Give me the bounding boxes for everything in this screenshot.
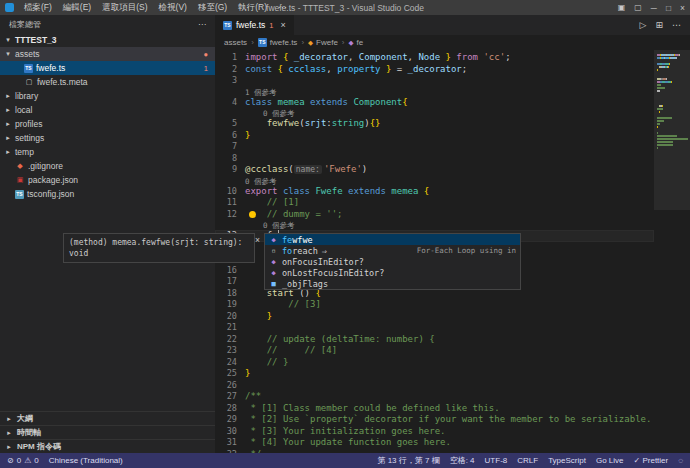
minimap-slider[interactable] <box>654 50 690 210</box>
line-number: 3 <box>215 75 245 87</box>
tree-item-package-json[interactable]: ▣package.json <box>0 173 215 187</box>
minimize-icon[interactable]: ─ <box>651 3 657 13</box>
code-lens-row: 0 個參考 <box>215 220 654 230</box>
code-line-10[interactable]: 10export class Fwefe extends memea { <box>215 186 654 198</box>
code-line-21[interactable]: 21 <box>215 322 654 334</box>
tree-item-profiles[interactable]: ▸profiles <box>0 117 215 131</box>
more-actions-icon[interactable]: ⋯ <box>672 20 681 30</box>
suggest-item-onfocusineditor-[interactable]: ◆onFocusInEditor? <box>265 256 520 267</box>
code-line-24[interactable]: 24 // } <box>215 357 654 369</box>
npm-scripts-section[interactable]: ▸NPM 指令碼 <box>0 439 215 453</box>
menu-item-5[interactable]: 執行(R) <box>233 2 272 14</box>
suggest-detail: For-Each Loop using in <box>417 246 516 255</box>
code-line-6[interactable]: 6} <box>215 130 654 142</box>
code-line-31[interactable]: 31 * [4] Your update function goes here. <box>215 437 654 449</box>
encoding[interactable]: UTF-8 <box>485 456 508 465</box>
code-line-30[interactable]: 30 * [3] Your initialization goes here. <box>215 426 654 438</box>
suggest-label: _objFlags <box>282 279 328 289</box>
lightbulb-icon[interactable] <box>249 211 256 218</box>
code-line-23[interactable]: 23 // // [4] <box>215 345 654 357</box>
code-line-22[interactable]: 22 // update (deltaTime: number) { <box>215 334 654 346</box>
menu-item-2[interactable]: 選取項目(S) <box>97 2 152 14</box>
code-line-27[interactable]: 27/** <box>215 391 654 403</box>
language-mode[interactable]: TypeScript <box>548 456 586 465</box>
tree-item-fwefe-ts-meta[interactable]: ▢fwefe.ts.meta <box>0 75 215 89</box>
code-line-32[interactable]: 32 */ <box>215 449 654 454</box>
suggest-item-fewfwe[interactable]: ◆fewfwe <box>265 234 520 245</box>
breadcrumb-item-fe[interactable]: ◆fe <box>349 38 364 47</box>
project-root-row[interactable]: ▾ TTTEST_3 <box>0 33 215 47</box>
notifications-icon[interactable]: ◌ <box>678 456 683 465</box>
snippet-icon: ▫ <box>269 247 278 255</box>
maximize-icon[interactable]: □ <box>666 3 671 13</box>
tree-item-settings[interactable]: ▸settings <box>0 131 215 145</box>
run-icon[interactable]: ▷ <box>640 20 647 30</box>
breadcrumb-item-fwefe[interactable]: ◆Fwefe <box>308 38 338 47</box>
close-icon[interactable]: × <box>280 20 285 30</box>
suggest-item-onlostfocusineditor-[interactable]: ◆onLostFocusInEditor? <box>265 267 520 278</box>
toggle-panel-icon[interactable]: ▣ <box>618 3 626 12</box>
code-line-4[interactable]: 4class memea extends Component{ <box>215 97 654 109</box>
eol[interactable]: CRLF <box>517 456 538 465</box>
tree-item-tsconfig-json[interactable]: TStsconfig.json <box>0 187 215 201</box>
code-lens[interactable]: 0 個參考 <box>245 109 295 118</box>
code-line-7[interactable]: 7 <box>215 141 654 153</box>
code-line-11[interactable]: 11 // [1] <box>215 197 654 209</box>
breadcrumb-label: fe <box>357 38 364 47</box>
gutter-spacer <box>215 87 245 97</box>
minimap[interactable] <box>654 50 690 453</box>
menu-item-1[interactable]: 編輯(E) <box>58 2 96 14</box>
tree-item-temp[interactable]: ▸temp <box>0 145 215 159</box>
cursor-position[interactable]: 第 13 行，第 7 欄 <box>377 455 439 466</box>
menu-item-3[interactable]: 檢視(V) <box>154 2 192 14</box>
split-editor-icon[interactable]: ⊞ <box>655 20 663 30</box>
problems-indicator[interactable]: ⊘0⚠0 <box>7 456 39 465</box>
code-line-12[interactable]: 12 // dummy = ''; <box>215 209 654 221</box>
timeline-section[interactable]: ▸時間軸 <box>0 425 215 439</box>
code-line-3[interactable]: 3 <box>215 75 654 87</box>
code-line-26[interactable]: 26 <box>215 380 654 392</box>
go-live[interactable]: Go Live <box>596 456 624 465</box>
outline-section[interactable]: ▸大綱 <box>0 411 215 425</box>
suggest-item-foreach[interactable]: ▫foreach⇒For-Each Loop using in <box>265 245 520 256</box>
breadcrumb-item-assets[interactable]: assets <box>224 38 247 47</box>
status-bar: ⊘0⚠0Chinese (Traditional) 第 13 行，第 7 欄空格… <box>0 453 690 468</box>
code-line-5[interactable]: 5 fewfwe(srjt:string){} <box>215 118 654 130</box>
tree-item-assets[interactable]: ▾assets● <box>0 47 215 61</box>
customize-layout-icon[interactable]: ▢ <box>634 3 642 12</box>
line-number: 11 <box>215 197 245 209</box>
tree-item-fwefe-ts[interactable]: TSfwefe.ts1 <box>0 61 215 75</box>
code-lens[interactable]: 0 個參考 <box>245 221 295 230</box>
tree-item--gitignore[interactable]: ◆.gitignore <box>0 159 215 173</box>
token: srjt <box>305 118 327 128</box>
code-line-20[interactable]: 20 } <box>215 311 654 323</box>
code-line-25[interactable]: 25} <box>215 368 654 380</box>
indentation[interactable]: 空格: 4 <box>450 455 475 466</box>
code-line-1[interactable]: 1import { _decorator, Component, Node } … <box>215 52 654 64</box>
code-line-8[interactable]: 8 <box>215 153 654 165</box>
tree-item-local[interactable]: ▸local <box>0 103 215 117</box>
suggest-label: onFocusInEditor? <box>282 257 364 267</box>
code-lens[interactable]: 0 個參考 <box>245 177 277 186</box>
code-line-29[interactable]: 29 * [2] Use `property` decorator if you… <box>215 414 654 426</box>
code-line-28[interactable]: 28 * [1] Class member could be defined l… <box>215 403 654 415</box>
close-icon[interactable]: × <box>255 235 260 245</box>
code-lens[interactable]: 1 個參考 <box>245 88 277 97</box>
close-icon[interactable]: × <box>680 3 685 13</box>
method-icon: ◆ <box>269 236 278 244</box>
more-actions-icon[interactable]: ⋯ <box>198 20 206 29</box>
code-line-2[interactable]: 2const { ccclass, property } = _decorato… <box>215 64 654 76</box>
suggest-item--objflags[interactable]: ■_objFlags <box>265 278 520 289</box>
code-line-19[interactable]: 19 // [3] <box>215 299 654 311</box>
menu-item-6[interactable]: ⋯ <box>273 2 292 14</box>
spell-checker[interactable]: Chinese (Traditional) <box>49 456 123 465</box>
breadcrumb-label: Fwefe <box>316 38 338 47</box>
tree-item-library[interactable]: ▸library <box>0 89 215 103</box>
line-number: 25 <box>215 368 245 380</box>
tab-fwefe-ts[interactable]: TS fwefe.ts 1 × <box>215 15 294 35</box>
code-line-9[interactable]: 9@ccclass(name:'Fwefe') <box>215 164 654 176</box>
menu-item-0[interactable]: 檔案(F) <box>19 2 57 14</box>
breadcrumb-item-fwefe-ts[interactable]: TSfwefe.ts <box>258 38 298 47</box>
menu-item-4[interactable]: 移至(G) <box>193 2 232 14</box>
prettier[interactable]: ✓ Prettier <box>634 456 669 465</box>
